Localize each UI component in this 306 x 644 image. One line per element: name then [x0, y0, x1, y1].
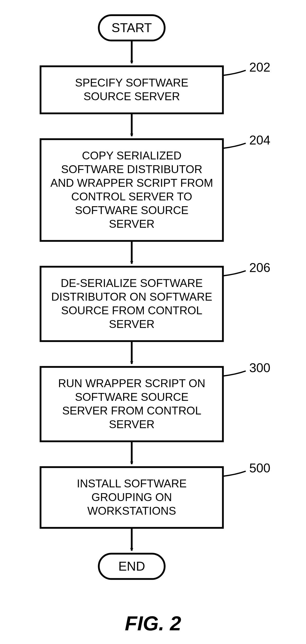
step-label-202: 202: [249, 60, 270, 74]
step-label-206: 206: [249, 261, 270, 275]
process-text-204-line4: SOFTWARE SOURCE: [75, 204, 188, 216]
process-text-206-line0: DE-SERIALIZE SOFTWARE: [61, 277, 203, 289]
process-text-204-line2: AND WRAPPER SCRIPT FROM: [50, 177, 213, 189]
step-label-500: 500: [249, 461, 270, 475]
process-text-300-line2: SERVER FROM CONTROL: [62, 404, 201, 417]
process-text-300-line0: RUN WRAPPER SCRIPT ON: [58, 377, 205, 389]
flowchart: STARTSPECIFY SOFTWARESOURCE SERVER202COP…: [0, 0, 306, 644]
process-text-202-line1: SOURCE SERVER: [84, 90, 180, 102]
process-text-500-line2: WORKSTATIONS: [87, 505, 176, 517]
figure-label: FIG. 2: [125, 612, 181, 635]
process-text-204-line5: SERVER: [109, 218, 155, 230]
process-text-206-line2: SOURCE FROM CONTROL: [61, 304, 202, 317]
process-text-204-line1: SOFTWARE DISTRIBUTOR: [61, 163, 202, 175]
process-text-500-line0: INSTALL SOFTWARE: [77, 477, 187, 490]
step-label-300: 300: [249, 361, 270, 375]
terminal-end-label: END: [118, 559, 145, 573]
process-text-206-line3: SERVER: [109, 318, 155, 330]
process-text-300-line3: SERVER: [109, 418, 155, 430]
label-hook-204: [223, 143, 246, 148]
process-text-204-line0: COPY SERIALIZED: [82, 149, 182, 162]
label-hook-206: [223, 271, 246, 276]
process-text-300-line1: SOFTWARE SOURCE: [75, 391, 188, 403]
process-text-206-line1: DISTRIBUTOR ON SOFTWARE: [51, 290, 212, 303]
process-text-500-line1: GROUPING ON: [91, 491, 172, 503]
process-text-202-line0: SPECIFY SOFTWARE: [75, 76, 188, 89]
process-text-204-line3: CONTROL SERVER TO: [71, 190, 192, 203]
step-label-204: 204: [249, 133, 270, 147]
label-hook-202: [223, 70, 246, 75]
label-hook-300: [223, 371, 246, 376]
label-hook-500: [223, 471, 246, 476]
terminal-start-label: START: [111, 21, 152, 35]
